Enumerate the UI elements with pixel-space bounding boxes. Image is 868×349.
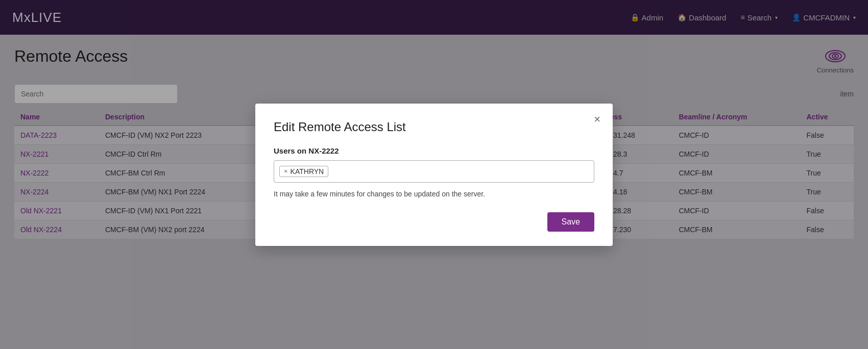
main-content: Remote Access Connections item Name Desc… — [0, 35, 868, 349]
modal-title: Edit Remote Access List — [274, 120, 594, 134]
save-button[interactable]: Save — [547, 212, 594, 232]
modal-section-label: Users on NX-2222 — [274, 146, 594, 155]
tag-kathryn: × KATHRYN — [279, 166, 328, 177]
modal-close-button[interactable]: × — [594, 114, 600, 125]
tag-label: KATHRYN — [291, 167, 324, 176]
tag-input[interactable]: × KATHRYN — [274, 160, 594, 183]
modal-footer: Save — [274, 212, 594, 232]
edit-remote-access-modal: Edit Remote Access List × Users on NX-22… — [255, 104, 613, 246]
modal-overlay: Edit Remote Access List × Users on NX-22… — [0, 0, 868, 349]
tag-remove-icon[interactable]: × — [284, 167, 288, 175]
modal-hint: It may take a few minutes for changes to… — [274, 190, 594, 198]
